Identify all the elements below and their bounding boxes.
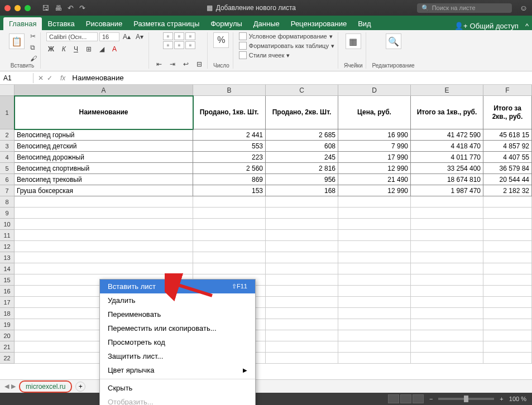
- merge-button[interactable]: ⊟: [195, 60, 204, 69]
- cell[interactable]: 20 544 44: [483, 174, 532, 185]
- cell[interactable]: 245: [266, 152, 338, 163]
- cell[interactable]: [411, 241, 483, 252]
- confirm-formula-icon[interactable]: ✓: [47, 74, 52, 82]
- cell[interactable]: [338, 219, 411, 230]
- cell[interactable]: [483, 297, 532, 308]
- row-header[interactable]: 8: [0, 196, 15, 208]
- cell[interactable]: [411, 230, 483, 241]
- zoom-in-button[interactable]: +: [500, 396, 503, 402]
- percent-icon[interactable]: %: [213, 32, 229, 48]
- cell[interactable]: [411, 274, 483, 286]
- cell-a1[interactable]: Наименование: [15, 96, 193, 129]
- align-bottom-button[interactable]: ≡: [185, 32, 195, 40]
- tab-formulas[interactable]: Формулы: [205, 17, 248, 30]
- cell-e1[interactable]: Итого за 1кв., руб.: [411, 96, 483, 129]
- row-header[interactable]: 18: [0, 308, 15, 319]
- col-header-d[interactable]: D: [338, 85, 411, 95]
- tab-data[interactable]: Данные: [248, 17, 285, 30]
- cell[interactable]: [338, 263, 411, 274]
- cell[interactable]: [266, 252, 338, 263]
- name-box[interactable]: A1: [0, 73, 33, 83]
- cut-icon[interactable]: ✂: [30, 32, 37, 40]
- zoom-out-button[interactable]: −: [429, 396, 433, 402]
- cell[interactable]: 168: [266, 185, 338, 196]
- cell[interactable]: 2 441: [193, 129, 266, 141]
- cell[interactable]: 41 472 590: [411, 129, 483, 141]
- cancel-formula-icon[interactable]: ✕: [38, 74, 44, 82]
- cell[interactable]: [266, 286, 338, 297]
- cell[interactable]: [483, 308, 532, 319]
- tab-review[interactable]: Рецензирование: [285, 17, 352, 30]
- cell[interactable]: 33 254 400: [411, 163, 483, 174]
- cell[interactable]: [411, 341, 483, 353]
- menu-tab-color[interactable]: Цвет ярлычка ▶: [100, 363, 255, 377]
- row-header[interactable]: 5: [0, 163, 15, 174]
- cell[interactable]: 2 182 32: [483, 185, 532, 196]
- formula-input[interactable]: [69, 73, 532, 83]
- cell[interactable]: [266, 319, 338, 330]
- row-header[interactable]: 2: [0, 129, 15, 141]
- fill-color-button[interactable]: ◢: [98, 45, 106, 54]
- menu-protect[interactable]: Защитить лист...: [100, 349, 255, 363]
- align-middle-button[interactable]: ≡: [174, 32, 184, 40]
- indent-increase-button[interactable]: ⇥: [168, 60, 177, 69]
- font-selector[interactable]: Calibri (Осн...: [46, 32, 98, 41]
- cell[interactable]: [483, 252, 532, 263]
- view-break-button[interactable]: [413, 394, 424, 403]
- cell-b1[interactable]: Продано, 1кв. Шт.: [193, 96, 266, 129]
- row-header[interactable]: 22: [0, 353, 15, 364]
- bold-button[interactable]: Ж: [46, 45, 56, 54]
- cell[interactable]: [338, 297, 411, 308]
- cell[interactable]: [483, 330, 532, 341]
- redo-icon[interactable]: ↷: [79, 4, 85, 12]
- cell[interactable]: [266, 219, 338, 230]
- cell[interactable]: [483, 319, 532, 330]
- cell[interactable]: [266, 230, 338, 241]
- cell[interactable]: [15, 219, 193, 230]
- cell[interactable]: 4 857 92: [483, 141, 532, 152]
- decrease-font-icon[interactable]: A▾: [134, 32, 145, 41]
- cell[interactable]: [411, 263, 483, 274]
- editing-button[interactable]: 🔍: [385, 32, 402, 50]
- menu-move-copy[interactable]: Переместить или скопировать...: [100, 321, 255, 335]
- close-window-button[interactable]: [4, 5, 11, 11]
- cell[interactable]: [483, 263, 532, 274]
- row-header[interactable]: 13: [0, 252, 15, 263]
- cell[interactable]: [483, 341, 532, 353]
- cell-f1[interactable]: Итого за 2кв., руб.: [483, 96, 532, 129]
- maximize-window-button[interactable]: [25, 5, 31, 11]
- user-icon[interactable]: ☺: [520, 3, 528, 12]
- row-header[interactable]: 7: [0, 185, 15, 196]
- cell[interactable]: 12 990: [338, 163, 411, 174]
- cell[interactable]: [411, 319, 483, 330]
- italic-button[interactable]: К: [60, 45, 68, 54]
- col-header-f[interactable]: F: [483, 85, 532, 95]
- cell[interactable]: [483, 196, 532, 208]
- cell[interactable]: 12 990: [338, 185, 411, 196]
- cell[interactable]: [411, 208, 483, 219]
- row-header[interactable]: 16: [0, 286, 15, 297]
- cell-d1[interactable]: Цена, руб.: [338, 96, 411, 129]
- cell[interactable]: [338, 330, 411, 341]
- fx-icon[interactable]: fx: [57, 74, 69, 82]
- copy-icon[interactable]: ⧉: [30, 44, 37, 51]
- cell[interactable]: [338, 341, 411, 353]
- cell[interactable]: [338, 196, 411, 208]
- align-left-button[interactable]: ≡: [163, 41, 173, 49]
- font-color-button[interactable]: A: [111, 45, 118, 54]
- menu-hide[interactable]: Скрыть: [100, 381, 255, 395]
- zoom-slider[interactable]: [438, 398, 494, 400]
- cell[interactable]: [483, 286, 532, 297]
- cell[interactable]: [483, 241, 532, 252]
- cell[interactable]: Груша боксерская: [15, 185, 193, 196]
- add-sheet-button[interactable]: +: [75, 382, 85, 392]
- share-button[interactable]: 👤+ Общий доступ: [454, 22, 522, 30]
- cell[interactable]: [338, 274, 411, 286]
- format-as-table-button[interactable]: Форматировать как таблицу ▾: [239, 42, 334, 50]
- row-header[interactable]: 12: [0, 241, 15, 252]
- tab-view[interactable]: Вид: [352, 17, 377, 30]
- align-top-button[interactable]: ≡: [163, 32, 173, 40]
- search-box[interactable]: 🔍 Поиск на листе: [417, 3, 512, 13]
- cell[interactable]: Велосипед трековый: [15, 174, 193, 185]
- minimize-window-button[interactable]: [15, 5, 21, 11]
